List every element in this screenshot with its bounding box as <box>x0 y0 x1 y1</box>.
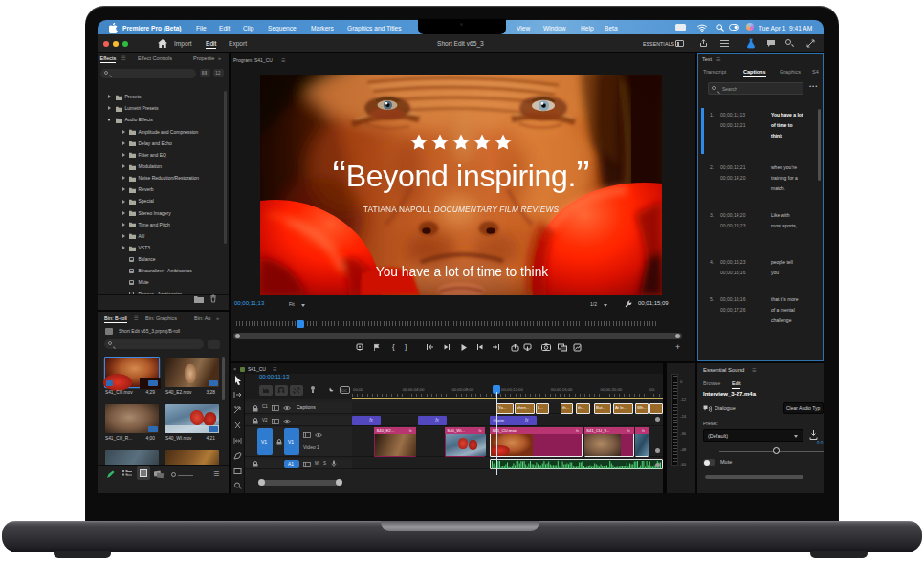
svg-text:You have a lot of time to thin: You have a lot of time to think <box>376 265 549 279</box>
svg-text:TATIANA NAPOLI, DOCUMENTARY FI: TATIANA NAPOLI, DOCUMENTARY FILM REVIEWS <box>363 205 560 214</box>
